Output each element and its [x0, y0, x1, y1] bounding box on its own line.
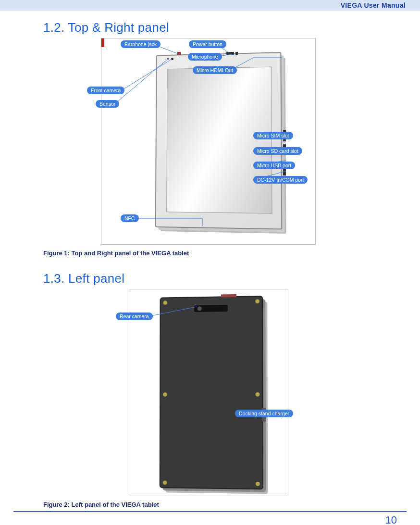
tablet-screen — [166, 67, 272, 214]
label-rear-camera: Rear camera — [116, 312, 153, 320]
label-microphone: Microphone — [188, 53, 222, 61]
figure-1-caption: Figure 1: Top and Right panel of the VIE… — [43, 250, 377, 257]
power-marker — [226, 52, 234, 55]
label-usb: Micro USB port — [253, 162, 295, 169]
doc-title: VIEGA User Manual — [341, 1, 406, 9]
section-heading-1-2: 1.2. Top & Right panel — [43, 20, 377, 35]
doc-header: VIEGA User Manual — [0, 0, 420, 11]
page-number: 10 — [0, 512, 420, 525]
tablet-back-drawing — [160, 296, 263, 489]
section-heading-1-3: 1.3. Left panel — [43, 271, 377, 286]
sensor-dot — [167, 58, 169, 60]
label-dock: Docking stand charger — [235, 410, 293, 417]
top-notch — [221, 294, 236, 298]
label-sim: Micro SIM slot — [253, 132, 293, 139]
label-earphone: Earphone jack — [121, 40, 161, 48]
label-sd: Micro SD card slot — [253, 147, 302, 155]
earphone-marker — [177, 52, 181, 55]
rear-camera-strip — [194, 305, 228, 312]
label-dc: DC-12V In/COM port — [253, 176, 308, 184]
figure-2: Rear camera Docking stand charger — [129, 289, 288, 496]
tablet-front-drawing — [155, 52, 282, 229]
label-sensor: Sensor — [96, 100, 119, 108]
usb-marker — [101, 38, 104, 47]
label-nfc: NFC — [121, 214, 139, 222]
label-power: Power button — [189, 40, 226, 48]
figure-1: Earphone jack Power button Microphone Mi… — [101, 38, 316, 245]
label-hdmi: Micro HDMI-Out — [193, 66, 237, 74]
label-front-camera: Front camera — [87, 87, 124, 94]
front-camera-dot — [171, 58, 173, 60]
mic-marker — [235, 52, 238, 55]
figure-2-caption: Figure 2: Left panel of the VIEGA tablet — [43, 501, 377, 508]
page-content: 1.2. Top & Right panel Earphone jack Pow… — [0, 11, 420, 508]
